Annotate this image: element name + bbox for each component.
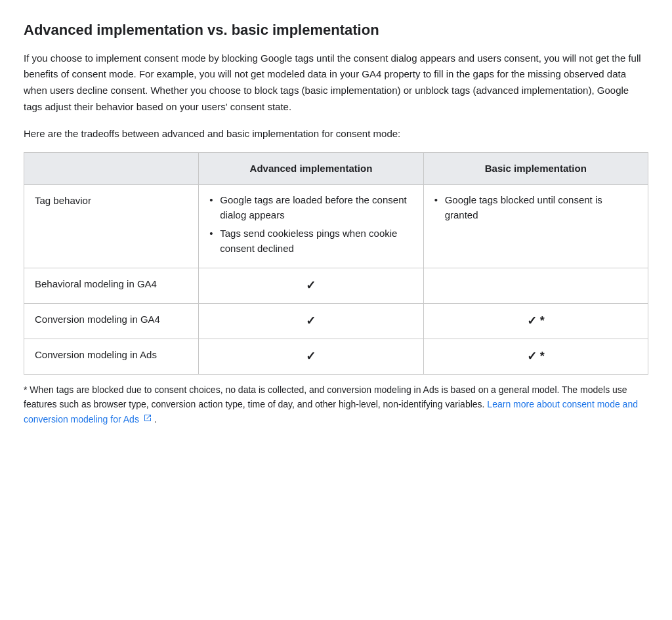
check-icon: ✓ bbox=[306, 314, 316, 327]
intro-paragraph: If you choose to implement consent mode … bbox=[24, 51, 648, 115]
check-asterisk-icon: ✓ * bbox=[527, 314, 545, 327]
basic-tag-behavior-list: Google tags blocked until consent is gra… bbox=[434, 193, 637, 222]
feature-label-behavioral-ga4: Behavioral modeling in GA4 bbox=[24, 268, 199, 304]
advanced-behavioral-ga4: ✓ bbox=[199, 268, 423, 304]
advanced-tag-behavior-item-2: Tags send cookieless pings when cookie c… bbox=[209, 226, 412, 256]
advanced-tag-behavior-list: Google tags are loaded before the consen… bbox=[209, 193, 412, 256]
footnote-after: . bbox=[154, 414, 157, 424]
table-row: Conversion modeling in Ads ✓ ✓ * bbox=[24, 339, 648, 374]
basic-conversion-ads: ✓ * bbox=[423, 339, 648, 374]
feature-label-conversion-ga4: Conversion modeling in GA4 bbox=[24, 304, 199, 339]
basic-tag-behavior: Google tags blocked until consent is gra… bbox=[423, 185, 648, 268]
table-row: Conversion modeling in GA4 ✓ ✓ * bbox=[24, 304, 648, 339]
check-icon: ✓ bbox=[306, 279, 316, 292]
advanced-conversion-ga4: ✓ bbox=[199, 304, 423, 339]
col-header-advanced: Advanced implementation bbox=[199, 153, 423, 185]
comparison-table: Advanced implementation Basic implementa… bbox=[24, 152, 648, 374]
table-header-row: Advanced implementation Basic implementa… bbox=[24, 153, 648, 185]
advanced-conversion-ads: ✓ bbox=[199, 339, 423, 374]
col-header-empty bbox=[24, 153, 199, 185]
feature-label-tag-behavior: Tag behavior bbox=[24, 185, 199, 268]
basic-tag-behavior-item-1: Google tags blocked until consent is gra… bbox=[434, 193, 637, 222]
advanced-tag-behavior: Google tags are loaded before the consen… bbox=[199, 185, 423, 268]
external-link-icon bbox=[144, 413, 152, 426]
tradeoffs-intro: Here are the tradeoffs between advanced … bbox=[24, 126, 648, 142]
basic-behavioral-ga4 bbox=[423, 268, 648, 304]
basic-conversion-ga4: ✓ * bbox=[423, 304, 648, 339]
footnote: * When tags are blocked due to consent c… bbox=[24, 382, 648, 426]
table-row: Behavioral modeling in GA4 ✓ bbox=[24, 268, 648, 304]
check-asterisk-icon: ✓ * bbox=[527, 350, 545, 363]
page-title: Advanced implementation vs. basic implem… bbox=[24, 21, 648, 40]
table-row: Tag behavior Google tags are loaded befo… bbox=[24, 185, 648, 268]
check-icon: ✓ bbox=[306, 350, 316, 363]
feature-label-conversion-ads: Conversion modeling in Ads bbox=[24, 339, 199, 374]
advanced-tag-behavior-item-1: Google tags are loaded before the consen… bbox=[209, 193, 412, 222]
col-header-basic: Basic implementation bbox=[423, 153, 648, 185]
